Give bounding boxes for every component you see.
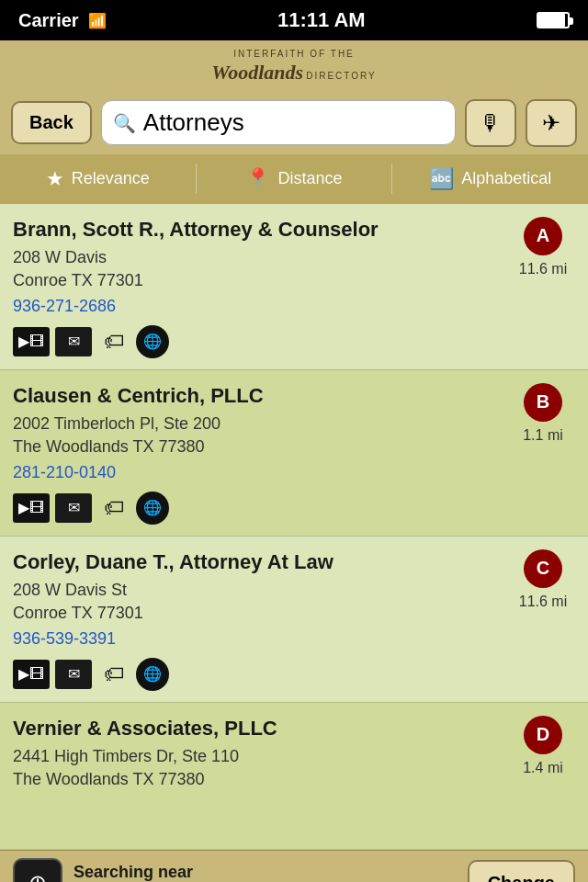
item-address1-b: 2002 Timberloch Pl, Ste 200 [13, 413, 502, 435]
status-bar: Carrier 📶 11:11 AM [0, 0, 588, 40]
tag-icon[interactable]: 🏷 [97, 660, 130, 689]
mic-button[interactable]: 🎙 [465, 99, 516, 147]
globe-icon[interactable]: 🌐 [136, 658, 169, 691]
email-icon[interactable]: ✉ [55, 327, 92, 356]
search-icon: 🔍 [113, 112, 136, 134]
badge-col-d: D 1.4 mi [511, 716, 575, 776]
mic-icon: 🎙 [480, 110, 502, 136]
item-address2-a: Conroe TX 77301 [13, 269, 502, 292]
item-actions-a: ▶🎞 ✉ 🏷 🌐 [13, 325, 502, 358]
item-address2-c: Conroe TX 77301 [13, 602, 502, 625]
item-content-a: Brann, Scott R., Attorney & Counselor 20… [13, 217, 502, 358]
list-item[interactable]: Vernier & Associates, PLLC 2441 High Tim… [0, 703, 588, 850]
tag-icon[interactable]: 🏷 [97, 327, 130, 356]
filter-relevance[interactable]: ★ Relevance [0, 154, 196, 204]
interfaith-text: Interfaith of the [0, 48, 588, 60]
item-name-a: Brann, Scott R., Attorney & Counselor [13, 217, 502, 243]
distance-b: 1.1 mi [523, 427, 563, 444]
badge-c: C [524, 549, 562, 588]
battery-icon [537, 12, 570, 28]
compass-button[interactable]: ✈ [526, 99, 577, 147]
list-item[interactable]: Clausen & Centrich, PLLC 2002 Timberloch… [0, 370, 588, 537]
item-phone-a[interactable]: 936-271-2686 [13, 297, 502, 316]
star-icon: ★ [46, 167, 64, 191]
list-item[interactable]: Corley, Duane T., Attorney At Law 208 W … [0, 537, 588, 703]
carrier-label: Carrier [18, 10, 79, 31]
tag-icon[interactable]: 🏷 [97, 493, 130, 523]
item-name-c: Corley, Duane T., Attorney At Law [13, 549, 502, 576]
status-time: 11:11 AM [277, 8, 366, 32]
back-button[interactable]: Back [11, 101, 92, 144]
distance-a: 11.6 mi [519, 261, 567, 277]
compass-icon: ✈ [542, 110, 560, 136]
filter-alphabetical[interactable]: 🔤 Alphabetical [392, 154, 588, 204]
item-name-b: Clausen & Centrich, PLLC [13, 383, 502, 410]
item-address2-b: The Woodlands TX 77380 [13, 435, 502, 458]
directory-text: Directory [306, 71, 377, 81]
location-button[interactable]: ⊕ [13, 858, 62, 882]
status-carrier: Carrier 📶 [18, 10, 107, 31]
globe-icon[interactable]: 🌐 [136, 325, 169, 358]
search-row: Back 🔍 🎙 ✈ [0, 92, 588, 154]
video-icon[interactable]: ▶🎞 [13, 660, 50, 689]
badge-d: D [524, 716, 562, 754]
distance-d: 1.4 mi [523, 760, 563, 776]
badge-col-c: C 11.6 mi [511, 549, 575, 610]
video-icon[interactable]: ▶🎞 [13, 493, 50, 523]
az-icon: 🔤 [429, 167, 454, 191]
alphabetical-label: Alphabetical [461, 169, 551, 188]
listing-list: Brann, Scott R., Attorney & Counselor 20… [0, 204, 588, 850]
item-address2-d: The Woodlands TX 77380 [13, 768, 502, 791]
bottom-bar: ⊕ Searching near ▶ The Woodlands, TX Cha… [0, 850, 588, 883]
email-icon[interactable]: ✉ [55, 660, 92, 689]
searching-text: Searching near ▶ The Woodlands, TX [74, 863, 457, 883]
item-name-d: Vernier & Associates, PLLC [13, 716, 502, 742]
item-address1-c: 208 W Davis St [13, 579, 502, 602]
item-actions-b: ▶🎞 ✉ 🏷 🌐 [13, 492, 502, 525]
item-content-c: Corley, Duane T., Attorney At Law 208 W … [13, 549, 502, 691]
searching-label: Searching near [74, 863, 457, 882]
email-icon[interactable]: ✉ [55, 493, 92, 523]
badge-b: B [524, 383, 562, 422]
distance-c: 11.6 mi [519, 594, 567, 610]
video-icon[interactable]: ▶🎞 [13, 327, 50, 356]
crosshair-icon: ⊕ [28, 870, 47, 882]
header-logo: Interfaith of the Woodlands Directory [0, 40, 588, 92]
change-button[interactable]: Change [468, 860, 575, 883]
status-battery [537, 12, 570, 28]
badge-col-b: B 1.1 mi [511, 383, 575, 444]
item-content-d: Vernier & Associates, PLLC 2441 High Tim… [13, 716, 502, 792]
item-phone-b[interactable]: 281-210-0140 [13, 463, 502, 482]
filter-distance[interactable]: 📍 Distance [197, 154, 392, 204]
item-phone-c[interactable]: 936-539-3391 [13, 629, 502, 649]
item-actions-c: ▶🎞 ✉ 🏷 🌐 [13, 658, 502, 691]
item-address1-d: 2441 High Timbers Dr, Ste 110 [13, 745, 502, 768]
filter-bar: ★ Relevance 📍 Distance 🔤 Alphabetical [0, 154, 588, 204]
list-item[interactable]: Brann, Scott R., Attorney & Counselor 20… [0, 204, 588, 370]
item-address1-a: 208 W Davis [13, 246, 502, 269]
distance-label: Distance [277, 169, 342, 188]
location-icon: 📍 [245, 167, 270, 191]
globe-icon[interactable]: 🌐 [136, 492, 169, 525]
badge-col-a: A 11.6 mi [511, 217, 575, 277]
relevance-label: Relevance [72, 169, 150, 188]
item-content-b: Clausen & Centrich, PLLC 2002 Timberloch… [13, 383, 502, 525]
woodlands-text: Woodlands [211, 61, 303, 84]
search-input[interactable] [143, 108, 444, 137]
badge-a: A [524, 217, 562, 255]
search-box: 🔍 [101, 100, 456, 145]
wifi-icon: 📶 [88, 12, 107, 29]
